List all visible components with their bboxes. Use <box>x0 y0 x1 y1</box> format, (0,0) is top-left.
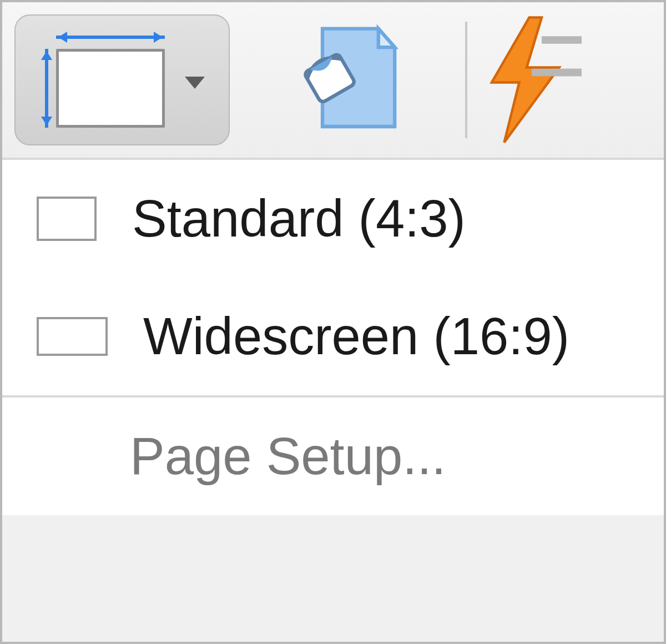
menu-item-page-setup[interactable]: Page Setup... <box>2 395 664 515</box>
ratio-16-9-icon <box>37 317 108 356</box>
ribbon-separator <box>465 22 467 138</box>
lightning-bolt-icon <box>482 16 582 144</box>
ratio-4-3-icon <box>37 197 97 241</box>
menu-item-label: Standard (4:3) <box>132 189 466 249</box>
slide-size-button[interactable] <box>14 14 230 145</box>
transitions-button[interactable] <box>482 14 654 145</box>
slide-size-menu: Standard (4:3) Widescreen (16:9) Page Se… <box>2 158 664 515</box>
slide-size-icon <box>39 31 166 129</box>
format-background-button[interactable] <box>249 14 443 145</box>
chevron-down-icon <box>185 77 205 89</box>
menu-item-label: Page Setup... <box>130 426 446 486</box>
paint-bucket-icon <box>285 22 407 138</box>
menu-item-widescreen[interactable]: Widescreen (16:9) <box>2 278 664 395</box>
menu-item-label: Widescreen (16:9) <box>143 306 569 366</box>
ribbon-bar <box>2 2 664 158</box>
menu-item-standard[interactable]: Standard (4:3) <box>2 160 664 278</box>
